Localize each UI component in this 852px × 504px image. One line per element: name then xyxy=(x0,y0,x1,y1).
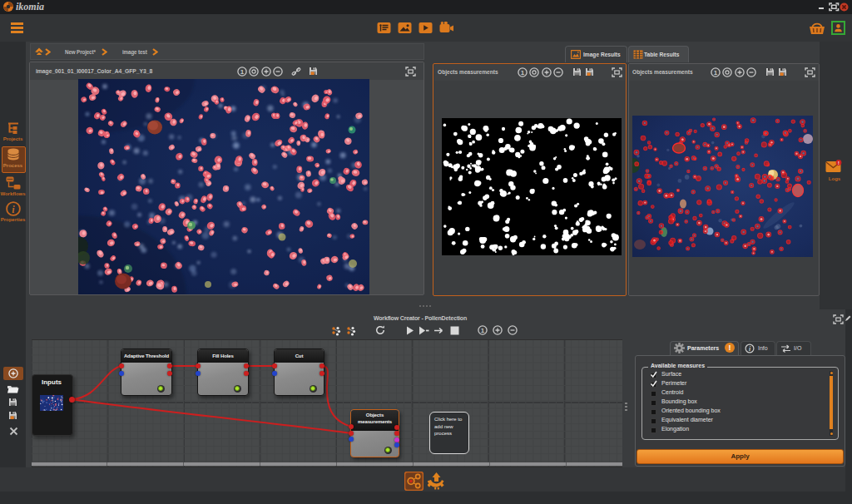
svg-text:1: 1 xyxy=(481,327,485,334)
svg-text:i: i xyxy=(749,345,751,353)
svg-text:!: ! xyxy=(838,161,840,166)
svg-text:i: i xyxy=(12,204,15,215)
svg-text:1: 1 xyxy=(521,69,525,77)
svg-text:1: 1 xyxy=(240,68,245,76)
svg-text:1: 1 xyxy=(714,69,718,77)
